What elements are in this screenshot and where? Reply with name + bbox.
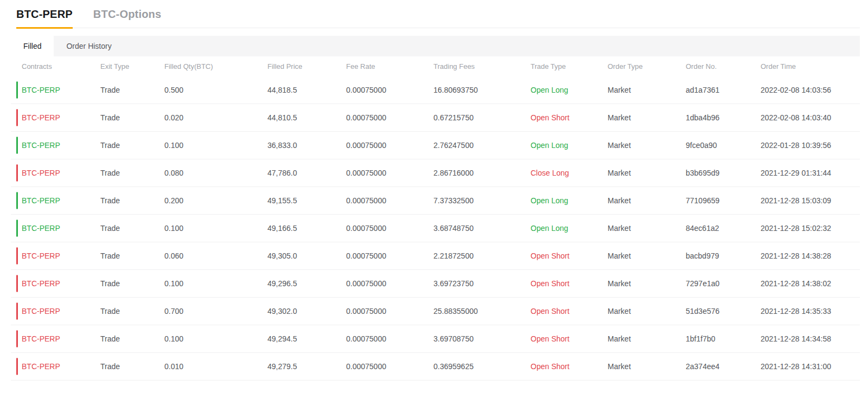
contracts-cell: BTC-PERP xyxy=(11,307,100,315)
trade-type-cell: Open Long xyxy=(531,224,608,233)
fee-rate-cell: 0.00075000 xyxy=(346,141,433,150)
exit-type-cell: Trade xyxy=(100,141,164,150)
column-header-order-type: Order Type xyxy=(608,62,686,70)
column-header-filled-price: Filled Price xyxy=(267,62,346,70)
exit-type-cell: Trade xyxy=(100,252,164,260)
market-tabs: BTC-PERP BTC-Options xyxy=(16,0,860,28)
trading-fees-cell: 0.36959625 xyxy=(433,362,531,371)
column-header-order-no: Order No. xyxy=(686,62,761,70)
order-type-cell: Market xyxy=(608,334,686,343)
column-header-order-time: Order Time xyxy=(761,62,860,70)
fee-rate-cell: 0.00075000 xyxy=(346,334,433,343)
trade-side-indicator-bar xyxy=(16,82,18,99)
fee-rate-cell: 0.00075000 xyxy=(346,196,433,205)
column-header-fee-rate: Fee Rate xyxy=(346,62,433,70)
order-no-cell: 1bf1f7b0 xyxy=(686,334,761,343)
table-row: BTC-PERP Trade 0.200 49,155.5 0.00075000… xyxy=(11,187,860,215)
trade-side-indicator-bar xyxy=(16,358,18,375)
order-time-cell: 2021-12-29 01:31:44 xyxy=(761,169,860,177)
fee-rate-cell: 0.00075000 xyxy=(346,307,433,315)
order-no-cell: ad1a7361 xyxy=(686,86,761,94)
table-row: BTC-PERP Trade 0.700 49,302.0 0.00075000… xyxy=(11,298,860,325)
contracts-cell: BTC-PERP xyxy=(11,362,100,371)
trade-type-cell: Open Short xyxy=(531,334,608,343)
trading-fees-cell: 2.76247500 xyxy=(433,141,531,150)
filled-qty-cell: 0.700 xyxy=(164,307,267,315)
exit-type-cell: Trade xyxy=(100,196,164,205)
filled-price-cell: 44,818.5 xyxy=(267,86,346,94)
fee-rate-cell: 0.00075000 xyxy=(346,252,433,260)
filled-qty-cell: 0.080 xyxy=(164,169,267,177)
contract-name: BTC-PERP xyxy=(22,279,60,288)
fee-rate-cell: 0.00075000 xyxy=(346,113,433,122)
tab-btc-options[interactable]: BTC-Options xyxy=(93,8,162,28)
contract-name: BTC-PERP xyxy=(22,252,60,260)
column-header-trade-type: Trade Type xyxy=(531,62,608,70)
trade-side-indicator-bar xyxy=(16,248,18,265)
order-type-cell: Market xyxy=(608,224,686,233)
column-header-trading-fees: Trading Fees xyxy=(433,62,531,70)
contract-name: BTC-PERP xyxy=(22,196,60,205)
contracts-cell: BTC-PERP xyxy=(11,196,100,205)
tab-filled[interactable]: Filled xyxy=(11,36,54,56)
filled-qty-cell: 0.100 xyxy=(164,141,267,150)
filled-price-cell: 44,810.5 xyxy=(267,113,346,122)
trade-side-indicator-bar xyxy=(16,303,18,320)
trade-side-indicator-bar xyxy=(16,137,18,154)
filled-price-cell: 49,296.5 xyxy=(267,279,346,288)
table-row: BTC-PERP Trade 0.100 49,296.5 0.00075000… xyxy=(11,270,860,298)
order-type-cell: Market xyxy=(608,362,686,371)
order-type-cell: Market xyxy=(608,196,686,205)
contract-name: BTC-PERP xyxy=(22,307,60,315)
order-no-cell: b3b695d9 xyxy=(686,169,761,177)
trading-fees-cell: 2.21872500 xyxy=(433,252,531,260)
trade-type-cell: Open Short xyxy=(531,252,608,260)
table-header-row: Contracts Exit Type Filled Qty(BTC) Fill… xyxy=(11,56,860,76)
order-no-cell: 51d3e576 xyxy=(686,307,761,315)
order-time-cell: 2021-12-28 14:38:02 xyxy=(761,279,860,288)
trade-type-cell: Open Short xyxy=(531,279,608,288)
order-no-cell: 7297e1a0 xyxy=(686,279,761,288)
trade-type-cell: Open Long xyxy=(531,141,608,150)
contract-name: BTC-PERP xyxy=(22,86,60,94)
order-type-cell: Market xyxy=(608,252,686,260)
contracts-cell: BTC-PERP xyxy=(11,169,100,177)
contract-name: BTC-PERP xyxy=(22,113,60,122)
contract-name: BTC-PERP xyxy=(22,224,60,233)
column-header-filled-qty: Filled Qty(BTC) xyxy=(164,62,267,70)
tab-btc-perp[interactable]: BTC-PERP xyxy=(16,8,73,28)
trade-side-indicator-bar xyxy=(16,109,18,126)
filled-qty-cell: 0.200 xyxy=(164,196,267,205)
trading-fees-cell: 0.67215750 xyxy=(433,113,531,122)
trade-side-indicator-bar xyxy=(16,165,18,182)
exit-type-cell: Trade xyxy=(100,86,164,94)
order-type-cell: Market xyxy=(608,113,686,122)
filled-price-cell: 49,302.0 xyxy=(267,307,346,315)
trade-type-cell: Open Long xyxy=(531,196,608,205)
trading-fees-cell: 25.88355000 xyxy=(433,307,531,315)
exit-type-cell: Trade xyxy=(100,334,164,343)
filled-price-cell: 49,166.5 xyxy=(267,224,346,233)
contract-name: BTC-PERP xyxy=(22,362,60,371)
filled-qty-cell: 0.060 xyxy=(164,252,267,260)
order-no-cell: 84ec61a2 xyxy=(686,224,761,233)
fee-rate-cell: 0.00075000 xyxy=(346,279,433,288)
table-row: BTC-PERP Trade 0.010 49,279.5 0.00075000… xyxy=(11,353,860,381)
order-time-cell: 2021-12-28 14:35:33 xyxy=(761,307,860,315)
exit-type-cell: Trade xyxy=(100,224,164,233)
trading-fees-cell: 3.68748750 xyxy=(433,224,531,233)
tab-order-history[interactable]: Order History xyxy=(54,36,124,56)
fee-rate-cell: 0.00075000 xyxy=(346,169,433,177)
table-row: BTC-PERP Trade 0.100 49,294.5 0.00075000… xyxy=(11,325,860,353)
trade-type-cell: Open Short xyxy=(531,113,608,122)
trade-type-cell: Open Long xyxy=(531,86,608,94)
filled-qty-cell: 0.010 xyxy=(164,362,267,371)
trading-fees-cell: 3.69723750 xyxy=(433,279,531,288)
exit-type-cell: Trade xyxy=(100,307,164,315)
order-time-cell: 2022-01-28 10:39:56 xyxy=(761,141,860,150)
table-row: BTC-PERP Trade 0.020 44,810.5 0.00075000… xyxy=(11,104,860,132)
contract-name: BTC-PERP xyxy=(22,169,60,177)
column-header-contracts: Contracts xyxy=(11,62,100,70)
filled-qty-cell: 0.500 xyxy=(164,86,267,94)
filled-qty-cell: 0.100 xyxy=(164,279,267,288)
